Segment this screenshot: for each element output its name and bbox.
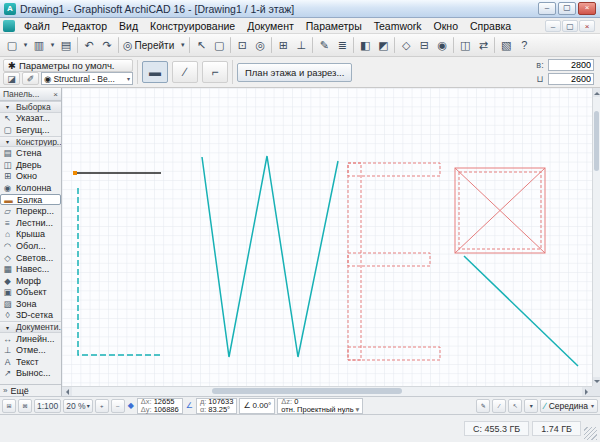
undo-button[interactable]: ↶: [80, 36, 98, 54]
pen-sets-button[interactable]: ✎: [315, 36, 333, 54]
scroll-up-icon[interactable]: [593, 88, 600, 97]
tool-beam[interactable]: ▬ Балка: [0, 194, 61, 206]
horizontal-scroll-thumb[interactable]: [212, 388, 402, 394]
tracker-options-dropdown[interactable]: ▾: [524, 399, 538, 413]
maximize-button[interactable]: ▢: [558, 2, 576, 15]
lock-elements-button[interactable]: ◩: [374, 36, 392, 54]
section-tool-button[interactable]: ⊟: [415, 36, 433, 54]
redo-button[interactable]: ↷: [98, 36, 116, 54]
layer-settings-button[interactable]: ≣: [333, 36, 351, 54]
menu-item[interactable]: Окно: [428, 19, 464, 33]
mdi-restore-button[interactable]: ▢: [562, 20, 578, 32]
tool-marquee[interactable]: ▢ Бегущ...: [0, 124, 61, 136]
horizontal-scroll-track[interactable]: [72, 387, 582, 396]
pen-icon[interactable]: ✐: [22, 72, 39, 85]
tracker-xy-cell[interactable]: Δх: 12655 Δу: 106886: [137, 398, 183, 414]
tool-shell[interactable]: ◠ Обол...: [0, 240, 61, 252]
horizontal-scrollbar[interactable]: [62, 386, 592, 396]
eraser-icon[interactable]: ◪: [3, 72, 20, 85]
mdi-minimize-button[interactable]: –: [545, 20, 561, 32]
grid-display-toggle[interactable]: ⊞: [2, 399, 16, 413]
layer-combo[interactable]: ◉ Structural - Be... ▾: [41, 72, 133, 85]
tool-arrow[interactable]: ↖ Указат...: [0, 113, 61, 125]
tool-object[interactable]: ▣ Объект: [0, 287, 61, 299]
mdi-close-button[interactable]: ×: [579, 20, 595, 32]
cursor-button[interactable]: ↖: [508, 399, 522, 413]
zoom-menu-button[interactable]: 20 % ▾: [63, 399, 92, 413]
open-button[interactable]: ▥: [30, 36, 48, 54]
zoom-out-button[interactable]: –: [111, 399, 125, 413]
section-design[interactable]: ▾ Конструир...: [0, 136, 61, 148]
zoom-tool-button[interactable]: ◎: [251, 36, 269, 54]
toolbox-header[interactable]: Панель... ×: [0, 88, 61, 101]
camera-button[interactable]: ◉: [433, 36, 451, 54]
tool-label[interactable]: ↗ Вынос...: [0, 368, 61, 380]
tool-column[interactable]: ◉ Колонна: [0, 182, 61, 194]
close-icon[interactable]: ×: [53, 90, 58, 99]
tool-slab[interactable]: ▱ Перекр...: [0, 205, 61, 217]
bottom-elevation-input[interactable]: [548, 73, 594, 85]
default-settings-button[interactable]: ✱ Параметры по умолч.: [3, 59, 133, 72]
more-tools-button[interactable]: » Ещё: [0, 384, 61, 396]
tool-morph[interactable]: ◆ Морф: [0, 275, 61, 287]
fit-in-window-button[interactable]: ⊡: [233, 36, 251, 54]
minimize-button[interactable]: –: [538, 2, 556, 15]
save-button[interactable]: ▤: [57, 36, 75, 54]
new-document-button[interactable]: ▢: [3, 36, 21, 54]
scroll-right-icon[interactable]: [582, 387, 592, 396]
section-documentation[interactable]: ▾ Документи...: [0, 321, 61, 333]
go-to-dropdown[interactable]: ▾: [178, 36, 187, 54]
floor-plan-section-button[interactable]: План этажа и разрез...: [237, 63, 352, 82]
selection-handle[interactable]: [73, 171, 77, 175]
snap-grid-toggle[interactable]: ⊠: [18, 399, 32, 413]
gravity-button[interactable]: ⊥: [292, 36, 310, 54]
tool-wall[interactable]: ▤ Стена: [0, 147, 61, 159]
marquee-tool-button[interactable]: ▢: [210, 36, 228, 54]
rotation-angle-cell[interactable]: ∠ 0.00°: [239, 398, 275, 414]
help-button[interactable]: ?: [515, 36, 533, 54]
suspend-groups-button[interactable]: ◧: [356, 36, 374, 54]
tool-stair[interactable]: ≡ Лестни...: [0, 217, 61, 229]
zoom-in-button[interactable]: +: [95, 399, 109, 413]
height-input[interactable]: [548, 59, 594, 71]
snap-midpoint-indicator[interactable]: ∕ Середина ▾: [540, 399, 598, 413]
floor-plan-drawing[interactable]: [62, 88, 592, 386]
tool-skylight[interactable]: ◇ Светов...: [0, 252, 61, 264]
vertical-scroll-thumb[interactable]: [594, 111, 599, 171]
menu-item[interactable]: Файл: [18, 19, 56, 33]
menu-item[interactable]: Справка: [464, 19, 517, 33]
close-button[interactable]: ×: [578, 2, 596, 15]
tool-dimension[interactable]: ↔ Линейн...: [0, 333, 61, 345]
scroll-down-icon[interactable]: [593, 377, 600, 386]
menu-item[interactable]: Конструирование: [144, 19, 241, 33]
tool-roof[interactable]: ⌂ Крыша: [0, 229, 61, 241]
tracker-distance-angle-cell[interactable]: д: 107633 α: 83.25°: [196, 398, 238, 414]
beam-straight-button[interactable]: ▬: [142, 61, 168, 83]
3d-window-button[interactable]: ◇: [397, 36, 415, 54]
resize-grip[interactable]: [584, 427, 597, 440]
menu-item[interactable]: Вид: [113, 19, 144, 33]
tool-door[interactable]: ◫ Дверь: [0, 159, 61, 171]
check-documents-button[interactable]: ▧: [497, 36, 515, 54]
arrow-tool-button[interactable]: ↖: [192, 36, 210, 54]
new-dropdown[interactable]: ▾: [21, 36, 30, 54]
open-dropdown[interactable]: ▾: [48, 36, 57, 54]
pen-color-button[interactable]: ✎: [476, 399, 490, 413]
menu-item[interactable]: Документ: [241, 19, 300, 33]
tool-text[interactable]: А Текст: [0, 356, 61, 368]
drawing-canvas[interactable]: [62, 88, 592, 386]
scale-button[interactable]: 1:100: [34, 399, 61, 413]
tool-mesh[interactable]: ◊ 3D-сетка: [0, 310, 61, 322]
vertical-scroll-track[interactable]: [593, 97, 600, 377]
beam-inclined-button[interactable]: ∕: [172, 61, 198, 83]
menu-item[interactable]: Редактор: [56, 19, 113, 33]
scroll-left-icon[interactable]: [62, 387, 72, 396]
menu-item[interactable]: Параметры: [300, 19, 368, 33]
elevation-reference-cell[interactable]: Δz: 0 отн. Проектный нуль ▾: [277, 398, 363, 414]
section-selection[interactable]: ▾ Выборка: [0, 101, 61, 113]
guide-lines-button[interactable]: ∕: [492, 399, 506, 413]
menu-item[interactable]: Teamwork: [368, 19, 428, 33]
tool-curtain-wall[interactable]: ▦ Навес...: [0, 263, 61, 275]
beam-profile-button[interactable]: ⌐: [202, 61, 228, 83]
teamwork-exchange-button[interactable]: ⇄: [474, 36, 492, 54]
